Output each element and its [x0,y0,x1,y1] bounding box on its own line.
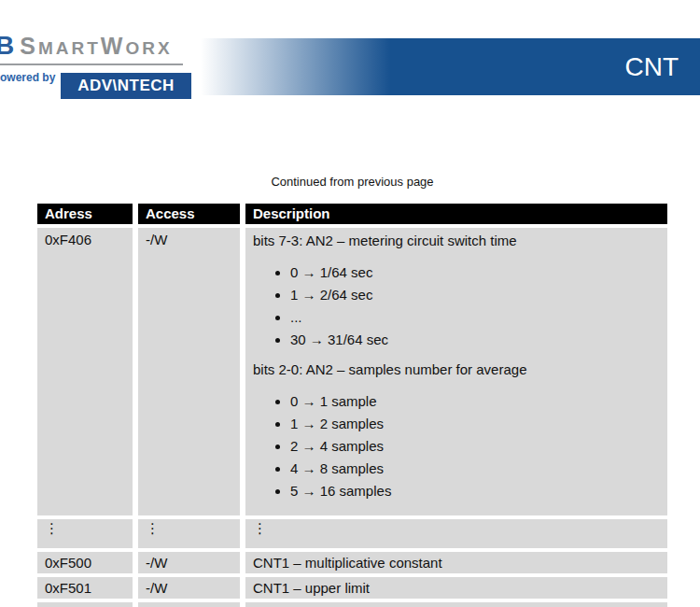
description-cell: bits 7-3: AN2 – metering circuit switch … [245,228,667,515]
list-item: 5 → 16 samples [290,480,660,502]
list-item: ... [290,306,660,329]
document-page: BSMARTWORX owered by ADV\NTECH CNT Conti… [0,0,700,607]
address-cell: 0xF502 [37,602,133,607]
brand-divider [0,64,183,65]
register-table: Adress Access Description 0xF406 -/W bit… [32,200,673,607]
access-cell: -/W [138,552,240,573]
address-cell: 0xF501 [37,577,133,599]
list-item: 2 → 4 samples [290,435,660,458]
address-cell: ⋮ [37,519,133,548]
brand-text: W [101,33,126,59]
switch-time-list: 0 → 1/64 sec 1 → 2/64 sec ... 30 → 31/64… [253,261,660,351]
powered-by-label: owered by [0,71,55,84]
table-row: 0xF500 -/W CNT1 – multiplicative constan… [37,552,667,573]
advantech-logo: ADV\NTECH [61,73,191,99]
access-cell: -/W [138,228,240,515]
access-cell: -/W [138,577,240,599]
address-cell: 0xF406 [37,228,133,515]
list-item: 0 → 1 sample [290,390,660,413]
column-header-access: Access [138,204,240,224]
title-banner: CNT [201,38,700,95]
access-cell: ⋮ [138,519,240,548]
table-header-row: Adress Access Description [37,204,667,224]
address-cell: 0xF500 [37,552,133,573]
description-cell: ⋮ [245,519,667,548]
access-cell: -/W [138,602,240,607]
table-row-ellipsis: ⋮ ⋮ ⋮ [37,519,667,548]
list-item: 4 → 8 samples [290,458,660,480]
samples-list: 0 → 1 sample 1 → 2 samples 2 → 4 samples… [253,390,660,502]
description-cell: CNT1 – multiplicative constant [245,552,667,573]
list-item: 1 → 2 samples [290,413,660,435]
description-cell: CNT1 – upper limit [245,577,667,599]
continued-note: Continued from previous page [32,175,673,189]
brand-b-letter: B [0,31,20,61]
description-line: bits 7-3: AN2 – metering circuit switch … [253,232,660,250]
table-row: 0xF501 -/W CNT1 – upper limit [37,577,667,599]
page-title: CNT [624,38,679,95]
description-line: bits 2-0: AN2 – samples number for avera… [253,360,660,379]
column-header-address: Adress [37,204,133,224]
table-row: 0xF502 -/W CNT1 – value of limit for out… [37,602,667,607]
brand-text: ORX [125,38,172,58]
list-item: 1 → 2/64 sec [290,284,660,306]
column-header-description: Description [245,204,667,224]
description-cell: CNT1 – value of limit for output 1 [245,602,667,607]
brand-text: MART [38,38,101,58]
list-item: 0 → 1/64 sec [290,261,660,284]
smartworx-logo: BSMARTWORX [6,31,173,61]
brand-text: S [20,33,38,59]
table-row: 0xF406 -/W bits 7-3: AN2 – metering circ… [37,228,667,515]
list-item: 30 → 31/64 sec [290,329,660,351]
